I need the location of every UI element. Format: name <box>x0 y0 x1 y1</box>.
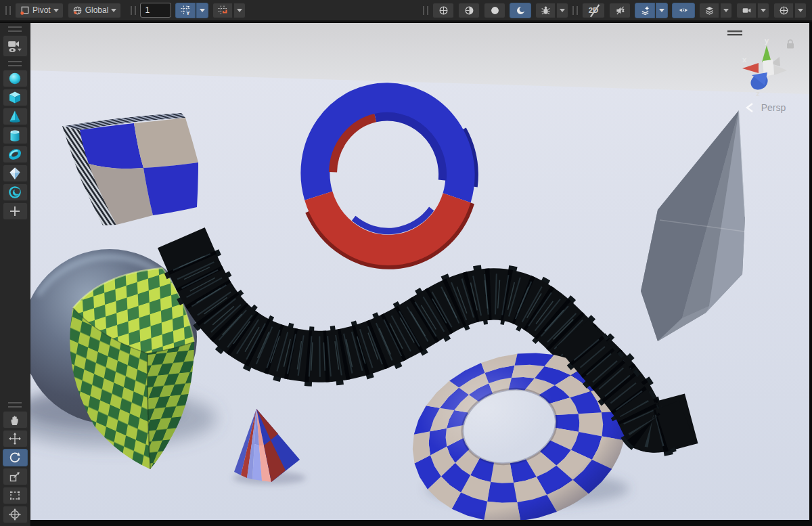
toolbar-drag-handle[interactable] <box>5 6 11 15</box>
visibility-eye-icon <box>678 5 689 16</box>
add-shape-icon <box>7 204 22 219</box>
camera-view-button[interactable] <box>3 35 28 57</box>
projection-label-text: Persp <box>761 102 786 113</box>
tools-sidebar <box>0 23 30 526</box>
axis-x-label[interactable]: x <box>742 56 747 64</box>
cylinder-shape-icon <box>7 128 22 143</box>
chevron-down-icon <box>53 9 59 12</box>
shading-unlit-button[interactable] <box>510 3 531 18</box>
snap-increment-caret-button[interactable] <box>233 3 246 18</box>
audio-toggle[interactable] <box>609 3 631 18</box>
globe-icon <box>72 5 83 16</box>
grid-snap-split-button: Y <box>175 3 208 18</box>
camera-button[interactable] <box>736 3 757 18</box>
grid-snap-caret-button[interactable] <box>196 3 208 18</box>
torus-shape-icon <box>7 147 22 162</box>
shaded-wireframe-sphere-icon <box>464 5 474 16</box>
orientation-gizmo-icon <box>779 5 789 16</box>
chevron-down-icon <box>798 9 803 12</box>
layers-caret-button[interactable] <box>720 3 732 18</box>
scene-view[interactable]: y x z Persp <box>30 23 809 520</box>
debug-button[interactable] <box>535 3 556 18</box>
sphere-shape-icon <box>7 71 22 86</box>
scene-toolbar: Pivot Global <box>0 0 812 22</box>
debug-bug-icon <box>541 5 551 16</box>
wireframe-sphere-icon <box>438 5 449 16</box>
rotate-tool-icon <box>8 451 22 464</box>
unlit-crescent-icon <box>516 5 526 16</box>
transform-tool[interactable] <box>3 506 28 523</box>
overlay-drag-handle[interactable] <box>8 402 22 408</box>
chevron-down-icon <box>111 9 116 12</box>
debug-caret-button[interactable] <box>556 3 568 18</box>
blob-shape-icon <box>7 185 22 200</box>
visibility-toggle[interactable] <box>672 3 695 18</box>
orientation-button-label: Global <box>85 5 109 15</box>
2d-mode-icon: 2D <box>589 6 599 14</box>
toolbar-drag-handle[interactable] <box>131 6 136 15</box>
debug-split-button <box>535 3 568 18</box>
effects-caret-button[interactable] <box>656 3 668 18</box>
chevron-down-icon <box>237 9 242 12</box>
add-shape-tool[interactable] <box>3 202 28 220</box>
toolbar-drag-handle[interactable] <box>572 6 578 15</box>
cylinder-shape-tool[interactable] <box>3 127 28 144</box>
chevron-down-icon <box>560 9 565 12</box>
pivot-button[interactable]: Pivot <box>15 3 64 18</box>
scene-canvas[interactable]: y x z Persp <box>30 23 809 520</box>
svg-text:Y: Y <box>187 10 190 16</box>
gem-shape-tool[interactable] <box>3 165 28 182</box>
cube-shape-icon <box>7 90 22 105</box>
transform-tool-icon <box>8 508 22 521</box>
camera-preview-icon <box>7 38 23 54</box>
gem-shape-icon <box>7 166 22 181</box>
toolbar-drag-handle[interactable] <box>423 6 428 15</box>
editor-window: Pivot Global <box>0 0 812 526</box>
layers-split-button <box>699 3 732 18</box>
move-tool[interactable] <box>3 430 28 447</box>
camera-icon <box>742 5 752 16</box>
overlay-drag-handle[interactable] <box>8 61 22 66</box>
chevron-down-icon <box>659 9 664 12</box>
effects-split-button <box>635 3 668 18</box>
camera-caret-button[interactable] <box>757 3 769 18</box>
axis-y-label[interactable]: y <box>765 37 769 45</box>
layers-button[interactable] <box>699 3 719 18</box>
torus-shape-tool[interactable] <box>3 146 28 163</box>
snap-increment-button[interactable] <box>212 3 233 18</box>
overlay-drag-handle[interactable] <box>8 26 22 32</box>
rect-tool-icon <box>8 489 22 502</box>
hand-tool[interactable] <box>3 411 28 429</box>
cube-shape-tool[interactable] <box>3 89 28 106</box>
chevron-down-icon <box>200 9 205 12</box>
chevron-down-icon <box>723 9 729 12</box>
shading-shaded-button[interactable] <box>484 3 505 18</box>
gizmos-split-button <box>773 3 807 18</box>
shading-wireframe-button[interactable] <box>432 3 454 18</box>
gizmos-button[interactable] <box>773 3 794 18</box>
effects-star-icon <box>640 5 650 16</box>
scale-tool-icon <box>8 470 22 483</box>
snap-increment-split-button <box>212 3 246 18</box>
sphere-shape-tool[interactable] <box>3 70 28 87</box>
chevron-down-icon <box>761 9 766 12</box>
effects-toggle[interactable] <box>635 3 655 18</box>
grid-snap-button[interactable]: Y <box>175 3 196 18</box>
rect-tool[interactable] <box>3 487 28 504</box>
axis-z-label[interactable]: z <box>756 89 760 97</box>
camera-split-button <box>736 3 769 18</box>
cone-shape-icon <box>7 109 22 124</box>
gizmos-caret-button[interactable] <box>794 3 807 18</box>
pivot-icon <box>20 5 30 16</box>
scale-tool[interactable] <box>3 468 28 485</box>
snap-value-input[interactable] <box>140 3 171 18</box>
cone-shape-tool[interactable] <box>3 108 28 125</box>
orientation-button[interactable]: Global <box>68 3 122 18</box>
rotate-tool[interactable] <box>3 449 28 466</box>
layers-stack-icon <box>704 5 715 16</box>
2d-mode-toggle[interactable]: 2D <box>582 3 605 18</box>
hand-tool-icon <box>8 413 22 426</box>
shading-shaded-wireframe-button[interactable] <box>458 3 480 18</box>
pivot-button-label: Pivot <box>32 5 51 15</box>
blob-shape-tool[interactable] <box>3 183 28 201</box>
